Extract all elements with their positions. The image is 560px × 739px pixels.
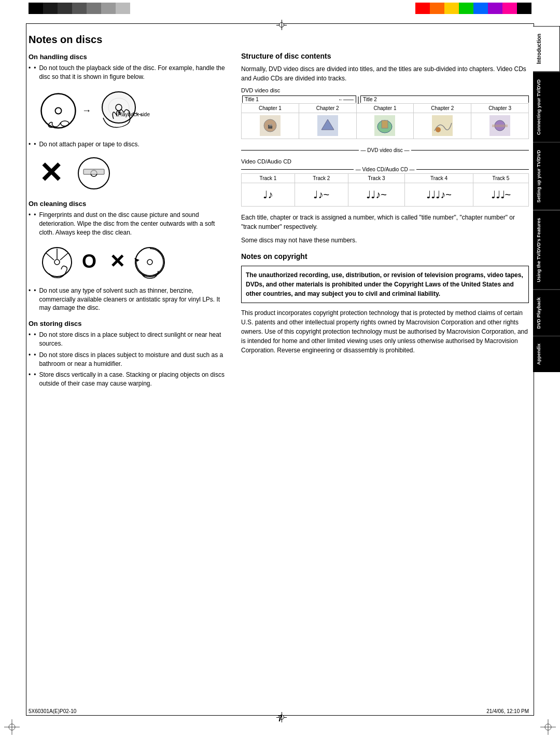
track-para2: Some discs may not have these numbers. <box>241 236 529 245</box>
svg-line-14 <box>46 253 54 260</box>
vcd-track4: Track 4 <box>405 174 473 183</box>
vcd-track1: Track 1 <box>242 174 295 183</box>
dvd-img4 <box>414 113 471 139</box>
disc-hand-sketch: Playback side <box>95 87 147 135</box>
page-border-left <box>26 23 26 716</box>
cleaning-bullet-2: • Do not use any type of solvent such as… <box>29 286 226 312</box>
footer-right: 21/4/06, 12:10 PM <box>486 708 529 714</box>
cleaning-wrong: ✕ <box>109 242 171 281</box>
vcd-brace-label: — Video CD/Audio CD — <box>356 167 415 172</box>
content-area: Notes on discs On handling discs • Do no… <box>29 29 529 710</box>
dvd-brace-label: — DVD video disc — <box>361 147 410 153</box>
storing-bullet-1: • Do not store discs in a place subject … <box>29 331 226 348</box>
reg-mark-br <box>540 719 556 735</box>
dvd-top-label: — DVD video disc — <box>241 147 529 153</box>
left-column: Notes on discs On handling discs • Do no… <box>29 29 226 710</box>
svg-line-13 <box>60 253 68 260</box>
svg-rect-9 <box>83 169 104 174</box>
handling-bullet-1: • Do not touch the playback side of the … <box>29 64 226 81</box>
svg-point-15 <box>135 248 164 277</box>
svg-text:🎬: 🎬 <box>268 124 273 129</box>
svg-rect-25 <box>382 120 388 128</box>
sidebar-tab-introduction[interactable]: Introduction <box>533 26 560 72</box>
title2-label: Title 2 <box>363 97 377 102</box>
sidebar-tab-appendix[interactable]: Appendix <box>533 336 560 372</box>
copyright-heading: Notes on copyright <box>241 252 529 261</box>
footer-left: 5X60301A(E)P02-10 <box>29 708 76 714</box>
dvd-ch2: Chapter 2 <box>299 104 356 113</box>
color-block-purple <box>488 3 502 14</box>
storing-heading: On storing discs <box>29 320 226 327</box>
vcd-music3: ♩♩♪~ <box>348 183 405 207</box>
svg-point-16 <box>147 259 152 265</box>
structure-heading: Structure of disc contents <box>241 52 529 60</box>
color-block-pink <box>502 3 517 14</box>
vcd-track5: Track 5 <box>473 174 528 183</box>
dvd-ch3: Chapter 1 <box>356 104 414 113</box>
svg-point-27 <box>436 127 441 132</box>
color-block <box>72 3 87 14</box>
cleaning-correct: O <box>36 242 96 281</box>
color-blocks-left <box>29 3 130 14</box>
vcd-track2: Track 2 <box>295 174 348 183</box>
vcd-diagram: — Video CD/Audio CD — Track 1 Track 2 Tr… <box>241 167 529 207</box>
dvd-ch5: Chapter 3 <box>471 104 529 113</box>
page-number: 7 <box>278 714 283 723</box>
color-block <box>101 3 116 14</box>
svg-point-0 <box>41 93 76 128</box>
cleaning-bullet-1: • Fingerprints and dust on the disc caus… <box>29 211 226 237</box>
svg-point-1 <box>55 107 62 114</box>
vcd-label: Video CD/Audio CD <box>241 158 529 165</box>
page-title: Notes on discs <box>29 34 226 46</box>
dvd-ch4: Chapter 2 <box>414 104 471 113</box>
title1-label: Title 1 <box>245 97 259 102</box>
footer: 5X60301A(E)P02-10 21/4/06, 12:10 PM <box>29 708 529 714</box>
disc-wrong-illustration: ✕ <box>39 154 226 193</box>
sidebar-tab-setting[interactable]: Setting up your TV/DVD <box>533 142 560 210</box>
sidebar-tab-dvd[interactable]: DVD Playback <box>533 290 560 336</box>
svg-point-2 <box>61 121 69 126</box>
color-blocks-right <box>415 3 531 14</box>
dvd-img3 <box>356 113 414 139</box>
copyright-para: This product incorporates copyright prot… <box>241 308 529 355</box>
svg-point-11 <box>54 259 60 265</box>
vcd-music2: ♩♪~ <box>295 183 348 207</box>
color-block-blue <box>473 3 488 14</box>
dvd-img1: 🎬 <box>242 113 299 139</box>
disc-tape-svg <box>73 154 115 193</box>
reg-mark-bl <box>4 719 20 735</box>
vcd-music5: ♩♩♩~ <box>473 183 528 207</box>
main-content: Notes on discs On handling discs • Do no… <box>29 29 529 710</box>
handling-bullet-2: • Do not attach paper or tape to discs. <box>29 140 226 149</box>
color-block-orange <box>430 3 444 14</box>
disc-correct-svg <box>39 91 78 130</box>
svg-rect-30 <box>492 125 508 127</box>
disc-correct-illustration: → <box>39 87 226 135</box>
color-block <box>116 3 130 14</box>
color-block <box>43 3 58 14</box>
color-block-red <box>415 3 430 14</box>
sidebar-tab-connecting[interactable]: Connecting your TV/DVD <box>533 72 560 142</box>
vcd-music1: ♩♪ <box>242 183 295 207</box>
cleaning-illustration: O ✕ <box>36 242 226 281</box>
handling-heading: On handling discs <box>29 53 226 61</box>
vcd-track3: Track 3 <box>348 174 405 183</box>
color-block-yellow <box>444 3 459 14</box>
color-block <box>58 3 72 14</box>
right-sidebar: Introduction Connecting your TV/DVD Sett… <box>533 26 560 372</box>
storing-bullet-3: • Store discs vertically in a case. Stac… <box>29 371 226 388</box>
dvd-img5 <box>471 113 529 139</box>
sidebar-tab-using[interactable]: Using the TV/DVD's Features <box>533 210 560 290</box>
copyright-bold-text: The unauthorized recording, use, distrib… <box>246 271 523 297</box>
dvd-label: DVD video disc <box>241 87 529 93</box>
copyright-box: The unauthorized recording, use, distrib… <box>241 266 529 303</box>
color-block-green <box>459 3 473 14</box>
cleaning-heading: On cleaning discs <box>29 200 226 208</box>
compass-top <box>276 20 284 27</box>
vcd-music4: ♩♩♩♪~ <box>405 183 473 207</box>
right-column: Structure of disc contents Normally, DVD… <box>241 29 529 710</box>
structure-para: Normally, DVD video discs are divided in… <box>241 64 529 83</box>
track-para1: Each title, chapter or track is assigned… <box>241 213 529 231</box>
color-block <box>87 3 101 14</box>
color-block-black <box>517 3 531 14</box>
